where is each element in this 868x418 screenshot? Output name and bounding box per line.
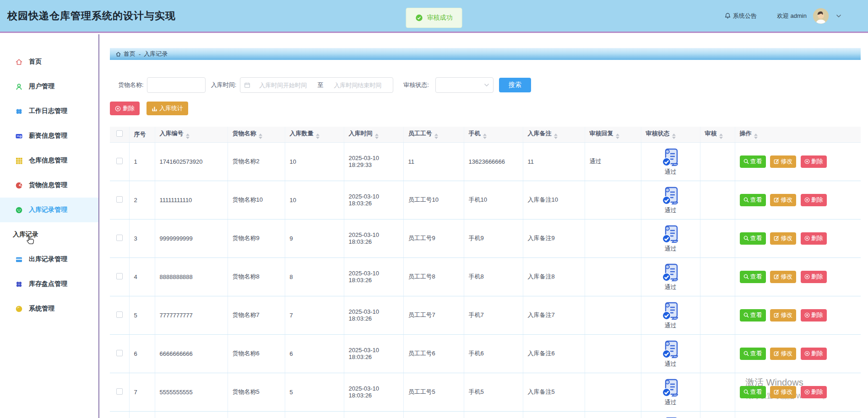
cell-quantity: 7 [285, 296, 344, 334]
view-button[interactable]: 查看 [740, 232, 766, 245]
view-button[interactable]: 查看 [740, 348, 766, 360]
time-end-input[interactable] [326, 82, 389, 89]
system-announcement-link[interactable]: 系统公告 [724, 12, 757, 20]
column-header-6[interactable]: 员工工号 [403, 127, 464, 142]
cell-seq: 5 [129, 296, 155, 334]
delete-button[interactable]: 删除 [801, 348, 827, 360]
row-select-cell [110, 296, 129, 334]
cell-audit [700, 181, 735, 219]
column-header-10[interactable]: 审核状态 [641, 127, 700, 142]
cell-operations: 查看 修改 删除 [735, 373, 861, 411]
sort-caret-icon[interactable] [186, 134, 190, 139]
audit-status-select[interactable] [435, 77, 494, 93]
sidebar-item-warehouse[interactable]: 仓库信息管理 [0, 148, 98, 173]
magnifier-icon [743, 197, 749, 203]
edit-button[interactable]: 修改 [770, 386, 796, 398]
edit-button[interactable]: 修改 [770, 348, 796, 360]
audit-status-pass: 通过 [661, 147, 681, 176]
table-row: 4 8888888888 货物名称8 8 2025-03-10 18:03:26… [110, 257, 861, 296]
column-header-8[interactable]: 入库备注 [523, 127, 585, 142]
column-header-7[interactable]: 手机 [464, 127, 523, 142]
bulk-delete-button[interactable]: 删除 [110, 102, 140, 115]
edit-button[interactable]: 修改 [770, 232, 796, 245]
user-menu-chevron-icon[interactable] [836, 14, 841, 18]
view-button[interactable]: 查看 [740, 386, 766, 398]
sort-caret-icon[interactable] [754, 134, 758, 139]
delete-button[interactable]: 删除 [801, 232, 827, 245]
column-header-2[interactable]: 入库编号 [155, 127, 228, 142]
cell-remark: 入库备注9 [523, 219, 585, 257]
delete-button[interactable]: 删除 [801, 194, 827, 206]
row-checkbox[interactable] [116, 235, 123, 241]
time-start-input[interactable] [251, 82, 315, 89]
goods-name-input[interactable] [147, 77, 206, 93]
sort-caret-icon[interactable] [259, 134, 262, 139]
goods-pie-icon [15, 182, 23, 189]
sidebar-item-home[interactable]: 首页 [0, 49, 98, 74]
search-button[interactable]: 搜索 [499, 78, 531, 92]
calendar-icon [244, 82, 250, 88]
user-icon [15, 83, 23, 91]
column-header-4[interactable]: 入库数量 [285, 127, 344, 142]
delete-button[interactable]: 删除 [801, 271, 827, 283]
edit-button[interactable]: 修改 [770, 155, 796, 168]
table-header-row: 序号入库编号货物名称入库数量入库时间员工工号手机入库备注审核回复审核状态审核操作 [110, 127, 861, 142]
edit-button[interactable]: 修改 [770, 271, 796, 283]
row-select-cell [110, 142, 129, 181]
date-range-picker[interactable]: 至 [240, 77, 393, 93]
sidebar-item-outbound[interactable]: 出库记录管理 [0, 247, 98, 272]
sort-caret-icon[interactable] [719, 134, 723, 139]
sort-caret-icon[interactable] [554, 134, 558, 139]
sort-caret-icon[interactable] [375, 134, 379, 139]
sidebar-item-goods[interactable]: 货物信息管理 [0, 173, 98, 198]
column-header-12[interactable]: 操作 [735, 127, 861, 142]
column-header-11[interactable]: 审核 [700, 127, 735, 142]
edit-button[interactable]: 修改 [770, 309, 796, 322]
select-all-checkbox[interactable] [116, 130, 123, 137]
cell-worker-id: 员工工号6 [403, 334, 464, 373]
sort-caret-icon[interactable] [434, 134, 438, 139]
sidebar-item-users[interactable]: 用户管理 [0, 74, 98, 99]
sidebar-item-inventory[interactable]: 库存盘点管理 [0, 272, 98, 296]
delete-button[interactable]: 删除 [801, 155, 827, 168]
sort-caret-icon[interactable] [316, 134, 320, 139]
sidebar-item-inbound-records[interactable]: 入库记录管理 [0, 198, 98, 222]
row-checkbox[interactable] [116, 311, 123, 318]
view-button[interactable]: 查看 [740, 309, 766, 322]
view-button[interactable]: 查看 [740, 194, 766, 206]
sidebar-item-salary[interactable]: 薪资信息管理 [0, 123, 98, 148]
sort-caret-icon[interactable] [616, 134, 619, 139]
view-button[interactable]: 查看 [740, 271, 766, 283]
delete-button[interactable]: 删除 [801, 309, 827, 322]
row-select-cell [110, 411, 129, 418]
cell-audit-reply [585, 219, 641, 257]
cell-inbound-no: 5555555555 [155, 373, 228, 411]
edit-button[interactable]: 修改 [770, 194, 796, 206]
sidebar-item-worklog[interactable]: 工作日志管理 [0, 99, 98, 123]
row-checkbox[interactable] [116, 273, 123, 279]
inbound-stats-button[interactable]: 入库统计 [146, 102, 188, 115]
view-button[interactable]: 查看 [740, 155, 766, 168]
sidebar-subitem-inbound-record[interactable]: 入库记录 [0, 222, 98, 247]
breadcrumb-home[interactable]: 首页 [124, 50, 136, 58]
cell-worker-id: 员工工号9 [403, 219, 464, 257]
cell-audit-status: 通过 [641, 257, 700, 296]
sort-caret-icon[interactable] [483, 134, 487, 139]
audit-status-pass: 通过 [661, 339, 681, 368]
row-checkbox[interactable] [116, 158, 123, 164]
avatar-image [813, 8, 829, 24]
row-checkbox[interactable] [116, 196, 123, 203]
avatar[interactable] [813, 8, 829, 24]
cell-remark: 入库备注7 [523, 296, 585, 334]
column-header-5[interactable]: 入库时间 [344, 127, 403, 142]
column-header-9[interactable]: 审核回复 [585, 127, 641, 142]
audit-status-pass: 通过 [661, 224, 681, 253]
cell-time: 2025-03-10 18:03:26 [344, 373, 403, 411]
sort-caret-icon[interactable] [672, 134, 676, 139]
column-header-3[interactable]: 货物名称 [228, 127, 285, 142]
sidebar-item-system[interactable]: 系统管理 [0, 296, 98, 321]
cell-phone: 手机7 [464, 296, 523, 334]
row-checkbox[interactable] [116, 388, 123, 395]
row-checkbox[interactable] [116, 350, 123, 356]
delete-button[interactable]: 删除 [801, 386, 827, 398]
